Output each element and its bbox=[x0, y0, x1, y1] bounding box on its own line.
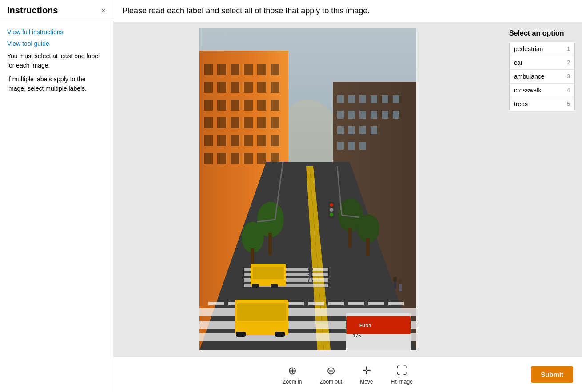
svg-rect-27 bbox=[271, 117, 279, 128]
svg-rect-33 bbox=[271, 135, 279, 146]
svg-rect-28 bbox=[204, 135, 213, 146]
instruction-text-2: If multiple labels apply to the image, s… bbox=[7, 75, 106, 93]
svg-rect-10 bbox=[204, 82, 213, 93]
svg-rect-5 bbox=[217, 64, 226, 75]
svg-rect-59 bbox=[359, 142, 366, 150]
fit-image-icon: ⛶ bbox=[396, 364, 407, 377]
svg-rect-51 bbox=[382, 111, 388, 119]
svg-rect-74 bbox=[368, 302, 384, 305]
option-label-car: car bbox=[514, 59, 522, 66]
svg-rect-47 bbox=[337, 111, 344, 119]
svg-rect-70 bbox=[288, 302, 304, 305]
svg-rect-17 bbox=[217, 100, 226, 111]
svg-rect-14 bbox=[257, 82, 266, 93]
svg-rect-41 bbox=[337, 95, 344, 103]
bottom-toolbar: ⊕ Zoom in ⊖ Zoom out ✛ Move ⛶ Fit image … bbox=[113, 356, 582, 392]
option-item-crosswalk[interactable]: crosswalk4 bbox=[510, 84, 574, 97]
svg-text:175: 175 bbox=[353, 333, 361, 338]
svg-rect-44 bbox=[371, 95, 377, 103]
svg-rect-95 bbox=[275, 332, 285, 337]
option-number-crosswalk: 4 bbox=[567, 87, 570, 93]
fit-image-label: Fit image bbox=[391, 379, 413, 385]
svg-rect-97 bbox=[346, 316, 411, 334]
svg-rect-66 bbox=[208, 302, 224, 305]
zoom-in-icon: ⊕ bbox=[288, 364, 297, 377]
main-layout: Instructions × View full instructions Vi… bbox=[0, 0, 582, 392]
content-area: Please read each label and select all of… bbox=[113, 0, 582, 392]
option-item-car[interactable]: car2 bbox=[510, 56, 574, 70]
svg-rect-52 bbox=[393, 111, 399, 119]
svg-point-108 bbox=[330, 213, 333, 216]
option-label-ambulance: ambulance bbox=[514, 73, 545, 80]
svg-rect-83 bbox=[251, 248, 254, 266]
svg-rect-49 bbox=[359, 111, 366, 119]
svg-point-106 bbox=[330, 203, 333, 207]
svg-rect-31 bbox=[244, 135, 253, 146]
svg-rect-34 bbox=[204, 153, 213, 164]
svg-rect-24 bbox=[231, 117, 239, 128]
svg-rect-58 bbox=[348, 142, 355, 150]
view-guide-link[interactable]: View tool guide bbox=[7, 40, 106, 47]
sidebar-content: View full instructions View tool guide Y… bbox=[0, 21, 113, 100]
svg-rect-30 bbox=[231, 135, 239, 146]
svg-rect-25 bbox=[244, 117, 253, 128]
svg-rect-19 bbox=[244, 100, 253, 111]
svg-rect-11 bbox=[217, 82, 226, 93]
svg-rect-81 bbox=[268, 233, 272, 255]
instruction-bar: Please read each label and select all of… bbox=[113, 0, 582, 22]
sidebar-title: Instructions bbox=[7, 5, 58, 16]
svg-rect-57 bbox=[337, 142, 344, 150]
svg-rect-43 bbox=[359, 95, 366, 103]
svg-rect-4 bbox=[204, 64, 213, 75]
svg-rect-9 bbox=[271, 64, 279, 75]
svg-rect-38 bbox=[257, 153, 266, 164]
svg-rect-73 bbox=[348, 302, 364, 305]
svg-rect-85 bbox=[348, 228, 352, 248]
option-label-crosswalk: crosswalk bbox=[514, 87, 541, 94]
svg-rect-23 bbox=[217, 117, 226, 128]
svg-rect-36 bbox=[231, 153, 239, 164]
svg-rect-87 bbox=[366, 238, 370, 256]
svg-rect-94 bbox=[236, 332, 246, 337]
option-number-car: 2 bbox=[567, 60, 570, 66]
svg-rect-26 bbox=[257, 117, 266, 128]
svg-rect-12 bbox=[231, 82, 239, 93]
option-label-pedestrian: pedestrian bbox=[514, 45, 543, 52]
svg-rect-22 bbox=[204, 117, 213, 128]
svg-point-109 bbox=[308, 267, 313, 272]
option-item-pedestrian[interactable]: pedestrian1 bbox=[510, 42, 574, 56]
option-item-trees[interactable]: trees5 bbox=[510, 97, 574, 111]
move-icon: ✛ bbox=[362, 364, 371, 377]
svg-rect-46 bbox=[393, 95, 399, 103]
move-button[interactable]: ✛ Move bbox=[351, 361, 382, 388]
move-label: Move bbox=[360, 379, 373, 385]
svg-rect-48 bbox=[348, 111, 355, 119]
option-item-ambulance[interactable]: ambulance3 bbox=[510, 70, 574, 84]
zoom-in-button[interactable]: ⊕ Zoom in bbox=[274, 361, 311, 388]
svg-rect-50 bbox=[371, 111, 377, 119]
image-options-area: FDNY 175 bbox=[113, 22, 582, 356]
view-instructions-link[interactable]: View full instructions bbox=[7, 28, 106, 36]
sidebar-header: Instructions × bbox=[0, 0, 113, 21]
options-panel: Select an option pedestrian1car2ambulanc… bbox=[502, 22, 582, 356]
svg-rect-16 bbox=[204, 100, 213, 111]
svg-rect-6 bbox=[231, 64, 239, 75]
svg-point-114 bbox=[393, 277, 397, 282]
image-container: FDNY 175 bbox=[113, 22, 502, 356]
fit-image-button[interactable]: ⛶ Fit image bbox=[382, 361, 422, 388]
street-scene-image: FDNY 175 bbox=[199, 28, 416, 350]
svg-rect-32 bbox=[257, 135, 266, 146]
svg-rect-7 bbox=[244, 64, 253, 75]
options-list: pedestrian1car2ambulance3crosswalk4trees… bbox=[509, 42, 575, 111]
svg-rect-71 bbox=[308, 302, 324, 305]
svg-rect-90 bbox=[252, 284, 259, 288]
zoom-out-icon: ⊖ bbox=[327, 364, 335, 377]
option-number-trees: 5 bbox=[567, 101, 570, 107]
zoom-out-button[interactable]: ⊖ Zoom out bbox=[311, 361, 351, 388]
svg-point-107 bbox=[330, 208, 333, 212]
svg-rect-117 bbox=[399, 284, 402, 291]
sidebar-close-button[interactable]: × bbox=[101, 7, 106, 15]
submit-button[interactable]: Submit bbox=[531, 366, 573, 383]
instruction-text: Please read each label and select all of… bbox=[122, 6, 370, 15]
svg-rect-72 bbox=[328, 302, 344, 305]
